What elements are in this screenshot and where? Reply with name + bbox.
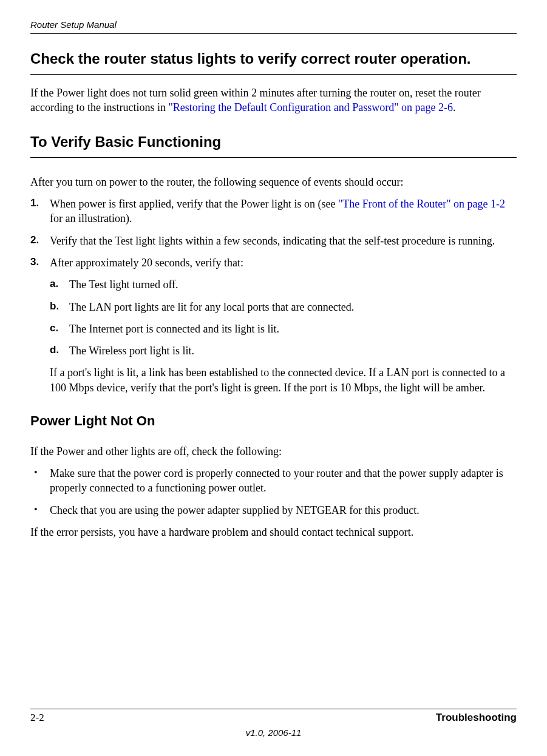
step-2-marker: 2.: [30, 234, 39, 248]
bullet-2: Check that you are using the power adapt…: [30, 503, 517, 518]
step-1-text-2: for an illustration).: [50, 212, 132, 224]
step-3-text: After approximately 20 seconds, verify t…: [50, 257, 243, 269]
bullet-list: Make sure that the power cord is properl…: [30, 466, 517, 518]
after-power-paragraph: After you turn on power to the router, t…: [30, 175, 517, 189]
substep-b-marker: b.: [50, 300, 59, 314]
step-3-marker: 3.: [30, 255, 39, 269]
footer-page-number: 2-2: [30, 710, 44, 725]
substep-d: d. The Wireless port light is lit.: [50, 343, 517, 358]
substep-b-text: The LAN port lights are lit for any loca…: [69, 301, 354, 313]
link-restoring-default[interactable]: "Restoring the Default Configuration and…: [168, 101, 453, 113]
substep-b: b. The LAN port lights are lit for any l…: [50, 300, 517, 314]
substep-a: a. The Test light turned off.: [50, 277, 517, 292]
substep-a-text: The Test light turned off.: [69, 278, 178, 291]
bullet-1: Make sure that the power cord is properl…: [30, 466, 517, 496]
step-1: 1. When power is first applied, verify t…: [30, 197, 517, 226]
power-outro-paragraph: If the error persists, you have a hardwa…: [30, 525, 517, 539]
heading-power-light: Power Light Not On: [30, 412, 517, 431]
footer-version: v1.0, 2006-11: [30, 726, 517, 739]
step-2-text: Verify that the Test light lights within…: [50, 235, 495, 247]
step-2: 2. Verify that the Test light lights wit…: [30, 234, 517, 248]
substep-d-text: The Wireless port light is lit.: [69, 345, 194, 357]
footer-line: 2-2 Troubleshooting: [30, 709, 517, 725]
link-front-of-router[interactable]: "The Front of the Router" on page 1-2: [338, 198, 505, 210]
substep-d-marker: d.: [50, 343, 59, 357]
substep-c-marker: c.: [50, 322, 58, 336]
intro-text-2: .: [453, 101, 456, 113]
step-3: 3. After approximately 20 seconds, verif…: [30, 255, 517, 395]
step-1-text-1: When power is first applied, verify that…: [50, 198, 338, 210]
intro-paragraph: If the Power light does not turn solid g…: [30, 86, 517, 115]
substep-a-marker: a.: [50, 277, 58, 291]
footer-section-title: Troubleshooting: [436, 710, 517, 725]
lettered-substeps: a. The Test light turned off. b. The LAN…: [50, 277, 517, 358]
page-footer: 2-2 Troubleshooting v1.0, 2006-11: [30, 709, 517, 739]
substep-c-text: The Internet port is connected and its l…: [69, 323, 279, 335]
numbered-steps: 1. When power is first applied, verify t…: [30, 197, 517, 395]
step-3-after-paragraph: If a port's light is lit, a link has bee…: [50, 365, 517, 395]
power-intro-paragraph: If the Power and other lights are off, c…: [30, 444, 517, 459]
step-1-marker: 1.: [30, 197, 39, 211]
substep-c: c. The Internet port is connected and it…: [50, 322, 517, 336]
heading-check-status: Check the router status lights to verify…: [30, 49, 517, 75]
page-header: Router Setup Manual: [30, 18, 517, 34]
heading-verify-basic: To Verify Basic Functioning: [30, 132, 517, 158]
